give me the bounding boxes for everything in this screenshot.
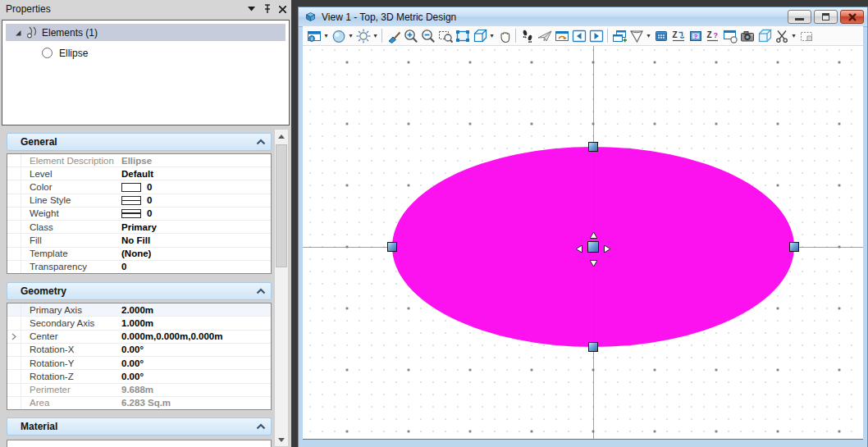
navigate-view-icon[interactable] [553, 27, 570, 45]
property-value[interactable]: (None) [121, 249, 271, 258]
property-row[interactable]: Line Style0 [7, 194, 271, 208]
property-row[interactable]: Rotation-Z0.00° [7, 370, 271, 383]
display-style-dropdown-caret-icon[interactable]: ▾ [347, 27, 354, 45]
row-expander-icon[interactable] [7, 331, 21, 343]
tree-item-ellipse[interactable]: Ellipse [2, 44, 289, 62]
clip-mask-icon[interactable] [773, 27, 790, 45]
camera-settings-icon[interactable] [738, 27, 756, 45]
section-box-icon[interactable] [797, 27, 815, 45]
scroll-down-icon[interactable] [275, 433, 288, 446]
pan-view-icon[interactable] [496, 27, 513, 45]
property-row[interactable]: Transparency0 [7, 261, 271, 273]
view-attributes-icon[interactable]: i [305, 27, 322, 45]
property-value[interactable]: 6.283 Sq.m [121, 398, 271, 408]
display-style-icon[interactable] [330, 27, 347, 45]
rotate-view-dropdown-caret-icon[interactable]: ▾ [488, 27, 496, 45]
property-value[interactable]: 0.000m,0.000m,0.000m [121, 331, 271, 341]
property-row[interactable]: ClassPrimary [7, 221, 271, 234]
view-next-icon[interactable] [587, 27, 605, 45]
change-display-depth-icon[interactable]: Z [669, 27, 687, 45]
view-perspective-dropdown-caret-icon[interactable]: ▾ [645, 27, 652, 45]
color-swatch[interactable] [121, 183, 141, 192]
property-value[interactable]: 1.000m [121, 318, 271, 328]
weight-swatch[interactable] [121, 209, 141, 218]
collapse-chevron-icon[interactable] [251, 288, 271, 294]
property-row[interactable]: FillNo Fill [7, 234, 271, 247]
section-header-general[interactable]: General [7, 133, 272, 151]
property-value[interactable]: 0.00° [121, 358, 271, 368]
property-value[interactable]: 2.000m [121, 305, 271, 315]
handle-north[interactable] [588, 142, 598, 152]
view-brightness-icon[interactable] [354, 27, 372, 45]
property-value[interactable]: 0 [121, 182, 271, 192]
svg-text:?: ? [713, 31, 718, 39]
property-value-text: 1.000m [121, 318, 153, 328]
section-header-geometry[interactable]: Geometry [7, 282, 272, 300]
section-header-material[interactable]: Material [7, 417, 272, 436]
zoom-in-icon[interactable] [402, 27, 419, 45]
view-attributes-dropdown-caret-icon[interactable]: ▾ [322, 27, 330, 45]
zoom-out-icon[interactable] [419, 27, 436, 45]
property-value[interactable]: Default [121, 169, 271, 179]
property-row[interactable]: Secondary Axis1.000m [7, 317, 271, 330]
pin-icon[interactable] [260, 2, 274, 16]
handle-east[interactable] [789, 242, 799, 252]
fit-view-icon[interactable] [454, 27, 471, 45]
linestyle-swatch[interactable] [121, 196, 141, 205]
property-value[interactable]: 0.00° [121, 372, 271, 381]
update-view-icon[interactable] [385, 27, 402, 45]
handle-west[interactable] [387, 242, 397, 252]
display-rules-icon[interactable] [652, 27, 669, 45]
clip-mask-dropdown-caret-icon[interactable]: ▾ [790, 27, 797, 45]
property-row[interactable]: Rotation-X0.00° [7, 344, 271, 357]
property-row[interactable]: Center0.000m,0.000m,0.000m [7, 331, 271, 344]
close-button[interactable] [840, 10, 864, 24]
view-perspective-icon[interactable] [628, 27, 645, 45]
scrollbar-thumb[interactable] [276, 144, 287, 267]
property-row[interactable]: Weight0 [7, 208, 271, 221]
property-row[interactable]: Perimeter9.688m [7, 384, 271, 397]
restore-button[interactable] [814, 10, 838, 24]
set-display-depth-icon[interactable]: ? [687, 27, 704, 45]
property-row[interactable]: LevelDefault [7, 167, 271, 180]
property-value[interactable]: 0 [121, 262, 271, 271]
tree-expander-icon[interactable] [11, 29, 24, 36]
view-titlebar[interactable]: View 1 - Top, 3D Metric Design [299, 7, 867, 27]
tree-item-elements[interactable]: Elements (1) [6, 24, 286, 41]
property-value[interactable]: No Fill [121, 235, 271, 245]
copy-view-icon[interactable] [610, 27, 628, 45]
walk-icon[interactable] [519, 27, 536, 45]
panel-menu-caret-icon[interactable] [244, 2, 258, 16]
view-brightness-dropdown-caret-icon[interactable]: ▾ [372, 27, 379, 45]
scroll-up-icon[interactable] [275, 130, 288, 143]
toolbar-separator [515, 29, 516, 43]
clip-volume-icon[interactable] [756, 27, 773, 45]
show-display-depth-icon[interactable]: Z? [704, 27, 721, 45]
property-value[interactable]: Primary [121, 222, 271, 232]
collapse-chevron-icon[interactable] [251, 423, 271, 430]
property-value[interactable]: 0 [121, 195, 271, 205]
property-row[interactable]: Primary Axis2.000m [7, 303, 271, 317]
handle-center[interactable] [587, 241, 599, 253]
render-view-icon[interactable] [721, 27, 738, 45]
property-row[interactable]: Area6.283 Sq.m [7, 397, 271, 409]
view-previous-icon[interactable] [570, 27, 587, 45]
handle-south[interactable] [588, 342, 598, 352]
fly-icon[interactable] [536, 27, 553, 45]
minimize-button[interactable] [788, 10, 811, 24]
collapse-chevron-icon[interactable] [251, 139, 271, 145]
property-row[interactable]: Element DescriptionEllipse [7, 154, 271, 167]
rotate-view-icon[interactable] [471, 27, 488, 45]
properties-titlebar[interactable]: Properties [0, 0, 291, 18]
window-area-icon[interactable] [436, 27, 454, 45]
properties-scrollbar[interactable] [274, 129, 289, 447]
drawing-canvas[interactable] [303, 46, 863, 440]
close-icon[interactable] [276, 2, 290, 16]
property-value[interactable]: Ellipse [121, 156, 271, 166]
property-value[interactable]: 0 [121, 208, 271, 218]
property-row[interactable]: Template(None) [7, 248, 271, 261]
property-row[interactable]: Rotation-Y0.00° [7, 357, 271, 370]
property-row[interactable]: Color0 [7, 180, 271, 194]
property-value[interactable]: 0.00° [121, 344, 271, 354]
property-value[interactable]: 9.688m [121, 385, 271, 395]
